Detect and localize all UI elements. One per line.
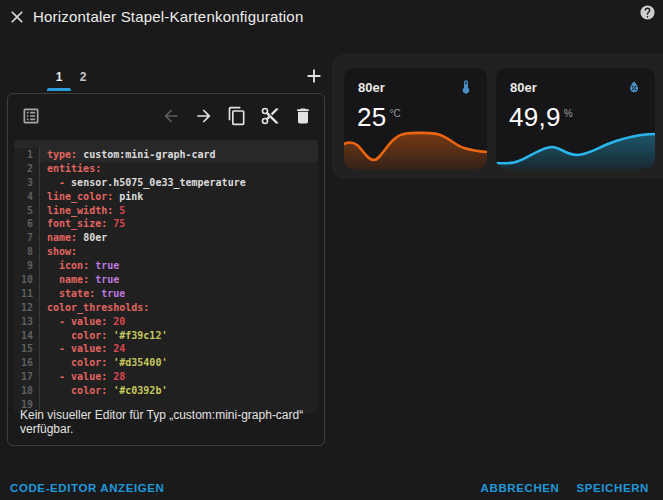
line-number: 14 bbox=[14, 329, 40, 343]
humidity-sparkline bbox=[496, 125, 655, 169]
card-name: 80er bbox=[358, 80, 385, 95]
line-number: 4 bbox=[14, 190, 40, 204]
editor-toolbar bbox=[8, 94, 324, 139]
line-number: 17 bbox=[14, 370, 40, 384]
line-content: entities: bbox=[40, 162, 318, 176]
line-content: - sensor.h5075_0e33_temperature bbox=[40, 176, 318, 190]
line-content: name: 80er bbox=[40, 231, 318, 245]
mini-graph-card-temperature[interactable]: 80er 25°C bbox=[344, 68, 487, 169]
line-number: 13 bbox=[14, 315, 40, 329]
line-content: color: '#c0392b' bbox=[40, 384, 318, 398]
line-number: 6 bbox=[14, 217, 40, 231]
card-name: 80er bbox=[510, 80, 537, 95]
arrow-right-icon[interactable] bbox=[194, 106, 214, 126]
code-line[interactable]: 7name: 80er bbox=[14, 231, 318, 245]
line-number: 11 bbox=[14, 287, 40, 301]
line-number: 12 bbox=[14, 301, 40, 315]
line-content: - value: 24 bbox=[40, 342, 318, 356]
line-number: 2 bbox=[14, 162, 40, 176]
line-content: name: true bbox=[40, 273, 318, 287]
code-line[interactable]: 3 - sensor.h5075_0e33_temperature bbox=[14, 176, 318, 190]
card-tabbar: 1 2 bbox=[7, 62, 325, 92]
cancel-button[interactable]: ABBRECHEN bbox=[481, 482, 560, 494]
line-content: line_width: 5 bbox=[40, 204, 318, 218]
dialog-title: Horizontaler Stapel-Kartenkonfiguration bbox=[33, 8, 303, 25]
code-line[interactable]: 9 icon: true bbox=[14, 259, 318, 273]
mini-graph-card-humidity[interactable]: 80er 49,9% bbox=[496, 68, 655, 169]
line-content: color_thresholds: bbox=[40, 301, 318, 315]
delete-icon[interactable] bbox=[293, 106, 313, 126]
line-content: line_color: pink bbox=[40, 190, 318, 204]
plus-icon[interactable] bbox=[303, 65, 325, 87]
code-line[interactable]: 4line_color: pink bbox=[14, 190, 318, 204]
line-number: 8 bbox=[14, 245, 40, 259]
code-line[interactable]: 11 state: true bbox=[14, 287, 318, 301]
copy-icon[interactable] bbox=[227, 106, 247, 126]
line-number: 15 bbox=[14, 342, 40, 356]
dialog-header: Horizontaler Stapel-Kartenkonfiguration bbox=[0, 0, 663, 34]
code-line[interactable]: 2entities: bbox=[14, 162, 318, 176]
thermometer-icon bbox=[458, 79, 474, 95]
editor-top-padding bbox=[14, 140, 318, 148]
code-line[interactable]: 13 - value: 20 bbox=[14, 315, 318, 329]
line-number: 5 bbox=[14, 204, 40, 218]
code-line[interactable]: 18 color: '#c0392b' bbox=[14, 384, 318, 398]
no-visual-editor-message: Kein visueller Editor für Typ „custom:mi… bbox=[20, 408, 324, 436]
line-content: color: '#f39c12' bbox=[40, 329, 318, 343]
line-content: - value: 20 bbox=[40, 315, 318, 329]
line-content: icon: true bbox=[40, 259, 318, 273]
line-number: 9 bbox=[14, 259, 40, 273]
temperature-sparkline bbox=[344, 122, 487, 169]
code-lines: 1type: custom:mini-graph-card2entities:3… bbox=[14, 148, 318, 412]
line-content: type: custom:mini-graph-card bbox=[40, 148, 318, 162]
water-percent-icon bbox=[626, 79, 642, 95]
line-number: 16 bbox=[14, 356, 40, 370]
code-line[interactable]: 15 - value: 24 bbox=[14, 342, 318, 356]
code-line[interactable]: 17 - value: 28 bbox=[14, 370, 318, 384]
code-line[interactable]: 6font_size: 75 bbox=[14, 217, 318, 231]
code-line[interactable]: 5line_width: 5 bbox=[14, 204, 318, 218]
code-line[interactable]: 12color_thresholds: bbox=[14, 301, 318, 315]
line-content: show: bbox=[40, 245, 318, 259]
save-button[interactable]: SPEICHERN bbox=[577, 482, 650, 494]
card-editor-panel: 1type: custom:mini-graph-card2entities:3… bbox=[7, 93, 325, 446]
help-circle-icon[interactable] bbox=[639, 4, 656, 21]
show-code-editor-button[interactable]: CODE-EDITOR ANZEIGEN bbox=[10, 482, 164, 494]
line-number: 7 bbox=[14, 231, 40, 245]
line-content: color: '#d35400' bbox=[40, 356, 318, 370]
card-state-unit: % bbox=[564, 108, 573, 119]
yaml-code-editor[interactable]: 1type: custom:mini-graph-card2entities:3… bbox=[14, 140, 318, 413]
line-number: 1 bbox=[14, 148, 40, 162]
dialog-actions: ABBRECHEN SPEICHERN bbox=[481, 482, 649, 494]
line-content: state: true bbox=[40, 287, 318, 301]
code-line[interactable]: 14 color: '#f39c12' bbox=[14, 329, 318, 343]
line-number: 10 bbox=[14, 273, 40, 287]
list-box-icon[interactable] bbox=[21, 106, 41, 126]
code-line[interactable]: 16 color: '#d35400' bbox=[14, 356, 318, 370]
line-content: font_size: 75 bbox=[40, 217, 318, 231]
card-state-unit: °C bbox=[390, 108, 401, 119]
tab-card-1[interactable]: 1 bbox=[46, 62, 72, 91]
line-number: 3 bbox=[14, 176, 40, 190]
tab-card-2[interactable]: 2 bbox=[70, 62, 96, 91]
arrow-left-icon[interactable] bbox=[161, 106, 181, 126]
card-preview-area: 80er 25°C 80er 49,9% bbox=[332, 54, 663, 179]
code-line[interactable]: 10 name: true bbox=[14, 273, 318, 287]
code-line[interactable]: 8show: bbox=[14, 245, 318, 259]
line-number: 18 bbox=[14, 384, 40, 398]
code-line[interactable]: 1type: custom:mini-graph-card bbox=[14, 148, 318, 162]
cut-icon[interactable] bbox=[260, 106, 280, 126]
line-content: - value: 28 bbox=[40, 370, 318, 384]
close-icon[interactable] bbox=[7, 7, 27, 27]
